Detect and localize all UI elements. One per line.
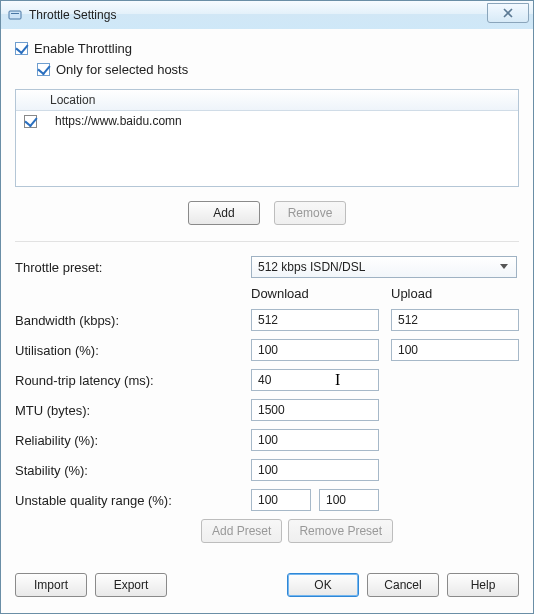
- remove-button[interactable]: Remove: [274, 201, 346, 225]
- bandwidth-label: Bandwidth (kbps):: [15, 313, 251, 328]
- add-preset-button[interactable]: Add Preset: [201, 519, 282, 543]
- bandwidth-download-field[interactable]: 512: [251, 309, 379, 331]
- only-hosts-checkbox[interactable]: [37, 63, 50, 76]
- latency-row: Round-trip latency (ms): 40 I: [15, 369, 519, 391]
- close-button[interactable]: [487, 3, 529, 23]
- stability-label: Stability (%):: [15, 463, 251, 478]
- latency-label: Round-trip latency (ms):: [15, 373, 251, 388]
- bandwidth-row: Bandwidth (kbps): 512 512: [15, 309, 519, 331]
- reliability-field[interactable]: 100: [251, 429, 379, 451]
- cancel-button[interactable]: Cancel: [367, 573, 439, 597]
- import-button[interactable]: Import: [15, 573, 87, 597]
- only-hosts-row: Only for selected hosts: [37, 62, 519, 77]
- latency-field[interactable]: 40: [251, 369, 379, 391]
- mtu-label: MTU (bytes):: [15, 403, 251, 418]
- export-button[interactable]: Export: [95, 573, 167, 597]
- add-button[interactable]: Add: [188, 201, 260, 225]
- enable-throttling-row: Enable Throttling: [15, 41, 519, 56]
- column-headers: Download Upload: [15, 286, 519, 301]
- mtu-row: MTU (bytes): 1500: [15, 399, 519, 421]
- remove-preset-button[interactable]: Remove Preset: [288, 519, 393, 543]
- mtu-field[interactable]: 1500: [251, 399, 379, 421]
- help-button[interactable]: Help: [447, 573, 519, 597]
- unstable-range-to-field[interactable]: 100: [319, 489, 379, 511]
- titlebar: Throttle Settings: [1, 1, 533, 30]
- utilisation-upload-field[interactable]: 100: [391, 339, 519, 361]
- preset-value: 512 kbps ISDN/DSL: [258, 260, 365, 274]
- chevron-down-icon: [496, 259, 512, 275]
- hosts-list-row[interactable]: https://www.baidu.comn: [16, 111, 518, 131]
- hosts-list-header: Location: [16, 90, 518, 111]
- download-header: Download: [251, 286, 379, 301]
- window-title: Throttle Settings: [29, 8, 116, 22]
- hosts-buttons: Add Remove: [15, 201, 519, 225]
- hosts-list-header-location: Location: [50, 93, 95, 107]
- divider: [15, 241, 519, 242]
- preset-buttons: Add Preset Remove Preset: [15, 519, 519, 543]
- preset-label: Throttle preset:: [15, 260, 251, 275]
- only-hosts-label: Only for selected hosts: [56, 62, 188, 77]
- ok-button[interactable]: OK: [287, 573, 359, 597]
- host-row-location: https://www.baidu.comn: [55, 114, 182, 128]
- unstable-range-from-field[interactable]: 100: [251, 489, 311, 511]
- host-row-checkbox[interactable]: [24, 115, 37, 128]
- stability-field[interactable]: 100: [251, 459, 379, 481]
- utilisation-row: Utilisation (%): 100 100: [15, 339, 519, 361]
- utilisation-download-field[interactable]: 100: [251, 339, 379, 361]
- svg-rect-1: [11, 13, 19, 14]
- svg-rect-0: [9, 11, 21, 19]
- bandwidth-upload-field[interactable]: 512: [391, 309, 519, 331]
- preset-dropdown[interactable]: 512 kbps ISDN/DSL: [251, 256, 517, 278]
- upload-header: Upload: [391, 286, 519, 301]
- bottom-bar: Import Export OK Cancel Help: [15, 573, 519, 597]
- unstable-range-row: Unstable quality range (%): 100 100: [15, 489, 519, 511]
- unstable-range-label: Unstable quality range (%):: [15, 493, 251, 508]
- hosts-list[interactable]: Location https://www.baidu.comn: [15, 89, 519, 187]
- throttle-settings-window: Throttle Settings Enable Throttling Only…: [0, 0, 534, 614]
- preset-row: Throttle preset: 512 kbps ISDN/DSL: [15, 256, 519, 278]
- enable-throttling-checkbox[interactable]: [15, 42, 28, 55]
- reliability-label: Reliability (%):: [15, 433, 251, 448]
- utilisation-label: Utilisation (%):: [15, 343, 251, 358]
- app-icon: [7, 7, 23, 23]
- enable-throttling-label: Enable Throttling: [34, 41, 132, 56]
- content-area: Enable Throttling Only for selected host…: [1, 29, 533, 613]
- reliability-row: Reliability (%): 100: [15, 429, 519, 451]
- stability-row: Stability (%): 100: [15, 459, 519, 481]
